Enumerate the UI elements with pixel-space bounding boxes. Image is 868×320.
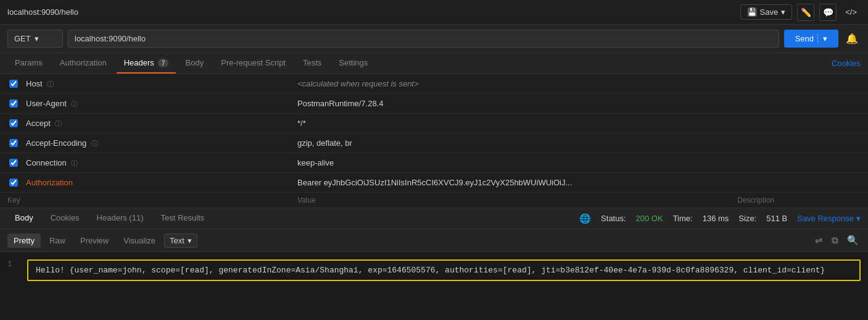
header-row-accept-encoding: Accept-Encoding ⓘ gzip, deflate, br — [0, 133, 868, 153]
header-row-authorization: Authorization Bearer eyJhbGciOiJSUzI1NiI… — [0, 173, 868, 193]
copy-button[interactable]: ⧉ — [830, 233, 840, 248]
accept-value: */* — [297, 119, 861, 128]
format-tab-pretty[interactable]: Pretty — [7, 234, 41, 248]
format-tab-preview[interactable]: Preview — [74, 234, 115, 248]
comment-icon: 💬 — [823, 7, 833, 17]
host-value: <calculated when request is sent> — [297, 79, 861, 88]
header-row-host: Host ⓘ <calculated when request is sent> — [0, 74, 868, 94]
format-select-chevron-icon: ▾ — [188, 236, 192, 245]
wrap-lines-button[interactable]: ⇌ — [813, 233, 825, 248]
request-tabs: Params Authorization Headers 7 Body Pre-… — [0, 53, 868, 74]
url-bar: GET ▾ Send ▾ 🔔 — [0, 25, 868, 53]
code-button[interactable]: </> — [841, 5, 861, 19]
status-label: Status: — [601, 214, 626, 223]
response-tab-headers[interactable]: Headers (11) — [89, 208, 151, 229]
user-agent-key: User-Agent ⓘ — [26, 99, 297, 109]
connection-key: Connection ⓘ — [26, 158, 297, 168]
connection-checkbox[interactable] — [7, 159, 20, 167]
user-agent-value: PostmanRuntime/7.28.4 — [297, 99, 861, 108]
col-key-label: Key — [7, 196, 297, 204]
bell-icon: 🔔 — [843, 30, 861, 47]
format-type-select[interactable]: Text ▾ — [164, 234, 197, 248]
tab-settings[interactable]: Settings — [331, 53, 375, 74]
header-row-user-agent: User-Agent ⓘ PostmanRuntime/7.28.4 — [0, 94, 868, 114]
user-agent-info-icon: ⓘ — [71, 100, 78, 107]
headers-badge: 7 — [158, 59, 168, 67]
header-row-accept: Accept ⓘ */* — [0, 114, 868, 133]
page-title: localhost:9090/hello — [7, 7, 78, 17]
save-response-button[interactable]: Save Response ▾ — [797, 214, 861, 223]
authorization-key: Authorization — [26, 178, 297, 187]
accept-encoding-info-icon: ⓘ — [91, 140, 98, 147]
response-content: Hello! {user_name=john, scope=[read], ge… — [27, 259, 861, 281]
connection-value: keep-alive — [297, 158, 861, 167]
edit-button[interactable]: ✏️ — [797, 4, 814, 21]
authorization-checkbox[interactable] — [7, 179, 20, 187]
tab-headers[interactable]: Headers 7 — [117, 53, 176, 74]
time-label: Time: — [673, 214, 693, 223]
globe-icon: 🌐 — [579, 213, 591, 224]
headers-table: Host ⓘ <calculated when request is sent>… — [0, 74, 868, 208]
format-tab-raw[interactable]: Raw — [43, 234, 72, 248]
accept-checkbox[interactable] — [7, 119, 20, 127]
header-row-connection: Connection ⓘ keep-alive — [0, 153, 868, 173]
tab-body[interactable]: Body — [178, 53, 212, 74]
accept-info-icon: ⓘ — [55, 120, 62, 127]
search-button[interactable]: 🔍 — [845, 233, 861, 248]
column-headers: Key Value Description — [0, 193, 868, 208]
user-agent-checkbox[interactable] — [7, 99, 20, 107]
col-value-label: Value — [297, 196, 737, 204]
method-chevron-icon: ▾ — [35, 34, 39, 43]
top-bar: localhost:9090/hello 💾 Save ▾ ✏️ 💬 </> — [0, 0, 868, 25]
response-tab-test-results[interactable]: Test Results — [153, 208, 212, 229]
col-description-label: Description — [737, 196, 861, 204]
tab-authorization[interactable]: Authorization — [52, 53, 114, 74]
top-bar-actions: 💾 Save ▾ ✏️ 💬 </> — [740, 4, 861, 21]
host-key: Host ⓘ — [26, 79, 297, 89]
send-button[interactable]: Send ▾ — [784, 30, 838, 48]
format-bar: Pretty Raw Preview Visualize Text ▾ ⇌ ⧉ … — [0, 229, 868, 252]
response-tab-cookies[interactable]: Cookies — [43, 208, 87, 229]
host-info-icon: ⓘ — [47, 80, 54, 88]
method-select[interactable]: GET ▾ — [7, 30, 63, 48]
accept-encoding-value: gzip, deflate, br — [297, 138, 861, 148]
response-tabs: Body Cookies Headers (11) Test Results 🌐… — [0, 208, 868, 229]
edit-icon: ✏️ — [801, 7, 811, 17]
connection-info-icon: ⓘ — [71, 159, 78, 167]
host-checkbox[interactable] — [7, 80, 20, 88]
tab-params[interactable]: Params — [7, 53, 50, 74]
cookies-link[interactable]: Cookies — [832, 59, 861, 68]
accept-encoding-key: Accept-Encoding ⓘ — [26, 138, 297, 148]
authorization-value: Bearer eyJhbGciOiJSUzI1NiIsInR5cCI6XVCJ9… — [297, 178, 861, 187]
tab-pre-request-script[interactable]: Pre-request Script — [213, 53, 293, 74]
response-tab-body[interactable]: Body — [7, 208, 41, 229]
size-label: Size: — [738, 214, 756, 223]
save-icon: 💾 — [747, 7, 757, 17]
format-tab-visualize[interactable]: Visualize — [117, 234, 162, 248]
comment-button[interactable]: 💬 — [819, 4, 837, 21]
format-icons: ⇌ ⧉ 🔍 — [813, 233, 861, 248]
tab-tests[interactable]: Tests — [296, 53, 329, 74]
url-input[interactable] — [68, 30, 779, 48]
save-response-chevron-icon: ▾ — [856, 214, 861, 223]
accept-key: Accept ⓘ — [26, 119, 297, 128]
send-chevron-icon: ▾ — [817, 34, 827, 43]
save-button[interactable]: 💾 Save ▾ — [740, 4, 793, 20]
accept-encoding-checkbox[interactable] — [7, 139, 20, 147]
response-line: 1 Hello! {user_name=john, scope=[read], … — [7, 259, 861, 281]
response-status: 🌐 Status: 200 OK Time: 136 ms Size: 511 … — [579, 213, 861, 224]
line-number: 1 — [7, 259, 20, 281]
status-value: 200 OK — [636, 214, 663, 223]
save-chevron-icon: ▾ — [781, 7, 785, 17]
time-value: 136 ms — [703, 214, 729, 223]
response-body: 1 Hello! {user_name=john, scope=[read], … — [0, 252, 868, 288]
size-value: 511 B — [766, 214, 787, 223]
